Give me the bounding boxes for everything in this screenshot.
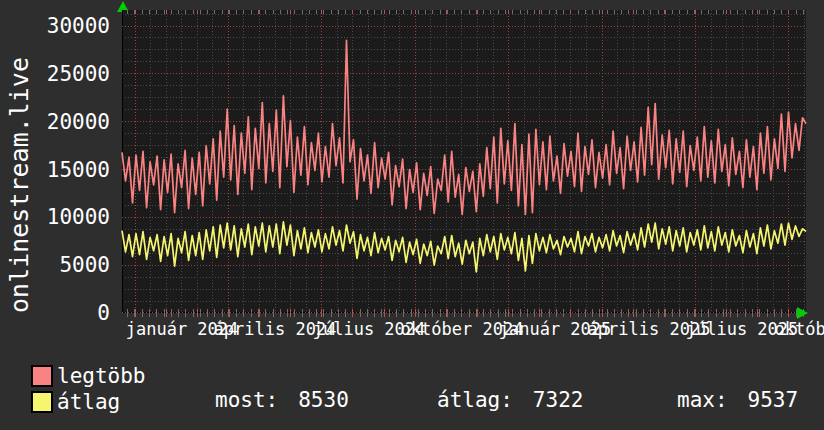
legend-item-legtobb: legtöbb xyxy=(31,363,146,389)
y-tick-label: 5000 xyxy=(0,254,110,276)
stat-max-value: 9537 xyxy=(748,388,799,412)
y-tick-label: 20000 xyxy=(0,111,110,133)
x-tick-label: október 2025 xyxy=(775,319,824,339)
plot-area xyxy=(122,10,806,313)
stat-avg-value: 7322 xyxy=(533,388,584,412)
stat-most: most:8530 xyxy=(215,389,349,411)
y-tick-label: 0 xyxy=(0,302,110,324)
x-axis-labels: január 2024április 2024július 2024októbe… xyxy=(122,319,824,341)
legend: legtöbb átlag xyxy=(31,363,146,415)
y-tick-label: 30000 xyxy=(0,15,110,37)
legend-label-atlag: átlag xyxy=(57,391,120,413)
y-tick-label: 15000 xyxy=(0,159,110,181)
y-tick-label: 10000 xyxy=(0,206,110,228)
stat-most-label: most: xyxy=(215,388,278,412)
chart-canvas xyxy=(122,10,806,313)
stat-max-label: max: xyxy=(677,388,728,412)
stat-max: max:9537 xyxy=(677,389,798,411)
x-axis-arrow-icon xyxy=(797,307,808,319)
y-tick-label: 25000 xyxy=(0,63,110,85)
rrd-graph: onlinestream.live 0500010000150002000025… xyxy=(0,0,824,430)
stat-avg: átlag:7322 xyxy=(437,389,583,411)
legend-item-atlag: átlag xyxy=(31,389,146,415)
legend-swatch-atlag xyxy=(31,391,53,413)
legend-label-legtobb: legtöbb xyxy=(57,365,146,387)
y-axis-labels: 050001000015000200002500030000 xyxy=(0,10,110,313)
stat-most-value: 8530 xyxy=(298,388,349,412)
series-line-legtobb xyxy=(122,40,806,214)
legend-swatch-legtobb xyxy=(31,365,53,387)
stat-avg-label: átlag: xyxy=(437,388,513,412)
